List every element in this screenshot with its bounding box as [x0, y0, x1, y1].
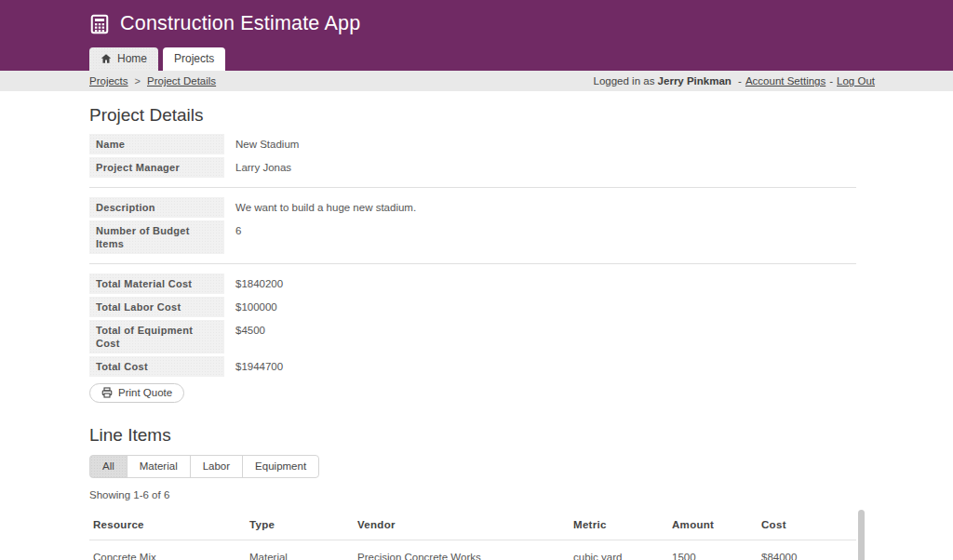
breadcrumb-separator: > — [135, 75, 141, 87]
divider — [89, 187, 856, 188]
field-value: Larry Jonas — [224, 157, 291, 178]
field-value: $100000 — [224, 297, 277, 317]
field-row: Total Cost$1944700 — [89, 356, 953, 377]
field-row: NameNew Stadium — [89, 134, 953, 154]
field-label: Number of Budget Items — [89, 220, 224, 254]
account-settings-link[interactable]: Account Settings — [745, 75, 825, 87]
field-value: 6 — [224, 220, 241, 254]
field-row: Total Labor Cost$100000 — [89, 297, 953, 317]
calculator-icon — [89, 14, 110, 34]
filter-button-material[interactable]: Material — [127, 455, 191, 478]
field-value: We want to build a huge new stadium. — [224, 197, 416, 218]
main-tabs: Home Projects — [89, 47, 225, 71]
login-status: Logged in as Jerry Pinkman -Account Sett… — [594, 75, 875, 87]
project-fields-group: NameNew StadiumProject ManagerLarry Jona… — [89, 134, 953, 178]
field-label: Total of Equipment Cost — [89, 320, 224, 353]
table-cell: Concrete Mix — [89, 540, 246, 560]
line-items-table: ResourceTypeVendorMetricAmountCost Concr… — [89, 510, 856, 560]
field-label: Total Material Cost — [89, 273, 224, 294]
pagination-status: Showing 1-6 of 6 — [89, 489, 953, 500]
breadcrumb-link-project-details[interactable]: Project Details — [147, 75, 216, 87]
column-header-resource: Resource — [89, 510, 246, 540]
project-details-title: Project Details — [89, 105, 953, 126]
table-cell: Precision Concrete Works — [354, 540, 570, 560]
login-separator: - — [738, 75, 742, 87]
app-header: Construction Estimate App Home Projects — [0, 0, 953, 71]
field-row: Total Material Cost$1840200 — [89, 273, 953, 294]
table-cell: $84000 — [758, 540, 856, 560]
table-cell: 1500 — [668, 540, 758, 560]
filter-button-all[interactable]: All — [89, 455, 128, 478]
tab-home[interactable]: Home — [89, 47, 158, 71]
column-header-type: Type — [246, 510, 354, 540]
project-totals-group: Total Material Cost$1840200Total Labor C… — [89, 273, 953, 377]
login-username: Jerry Pinkman — [658, 75, 732, 87]
field-row: Project ManagerLarry Jonas — [89, 157, 953, 178]
table-scrollbar-thumb[interactable] — [858, 510, 865, 560]
divider — [89, 263, 856, 264]
field-label: Project Manager — [89, 157, 224, 178]
tab-label: Home — [117, 52, 147, 65]
filter-button-equipment[interactable]: Equipment — [242, 455, 319, 478]
column-header-metric: Metric — [570, 510, 668, 540]
tab-projects[interactable]: Projects — [163, 47, 225, 71]
column-header-vendor: Vendor — [354, 510, 570, 540]
print-quote-label: Print Quote — [118, 387, 172, 398]
project-fields-group: DescriptionWe want to build a huge new s… — [89, 197, 953, 254]
field-label: Total Cost — [89, 356, 224, 377]
line-items-filter-group: AllMaterialLaborEquipment — [89, 455, 319, 478]
breadcrumb-bar: Projects>Project Details Logged in as Je… — [0, 71, 953, 91]
field-label: Name — [89, 134, 224, 154]
field-row: Total of Equipment Cost$4500 — [89, 320, 953, 353]
column-header-amount: Amount — [668, 510, 758, 540]
home-icon — [101, 53, 112, 64]
breadcrumb: Projects>Project Details — [89, 75, 216, 87]
login-prefix: Logged in as — [594, 75, 655, 87]
table-cell: cubic yard — [570, 540, 668, 560]
tab-label: Projects — [174, 52, 214, 65]
table-header-row: ResourceTypeVendorMetricAmountCost — [89, 510, 856, 540]
field-value: $1944700 — [224, 356, 283, 377]
table-cell: Material — [246, 540, 354, 560]
line-items-table-wrap: ResourceTypeVendorMetricAmountCost Concr… — [89, 510, 865, 560]
app-title-row: Construction Estimate App — [0, 0, 953, 35]
field-row: Number of Budget Items6 — [89, 220, 953, 254]
line-items-body: Concrete MixMaterialPrecision Concrete W… — [89, 540, 856, 560]
login-separator: - — [829, 75, 833, 87]
breadcrumb-link-projects[interactable]: Projects — [89, 75, 128, 87]
field-value: $1840200 — [224, 273, 283, 294]
field-value: $4500 — [224, 320, 265, 353]
field-label: Total Labor Cost — [89, 297, 224, 317]
printer-icon — [101, 387, 113, 398]
line-items-title: Line Items — [89, 425, 953, 446]
field-label: Description — [89, 197, 224, 218]
log-out-link[interactable]: Log Out — [837, 75, 875, 87]
column-header-cost: Cost — [758, 510, 856, 540]
field-row: DescriptionWe want to build a huge new s… — [89, 197, 953, 218]
print-quote-button[interactable]: Print Quote — [89, 383, 184, 403]
table-row[interactable]: Concrete MixMaterialPrecision Concrete W… — [89, 540, 856, 560]
page-content: Project Details NameNew StadiumProject M… — [0, 105, 953, 560]
field-value: New Stadium — [224, 134, 299, 154]
app-title: Construction Estimate App — [120, 12, 360, 35]
filter-button-labor[interactable]: Labor — [190, 455, 243, 478]
